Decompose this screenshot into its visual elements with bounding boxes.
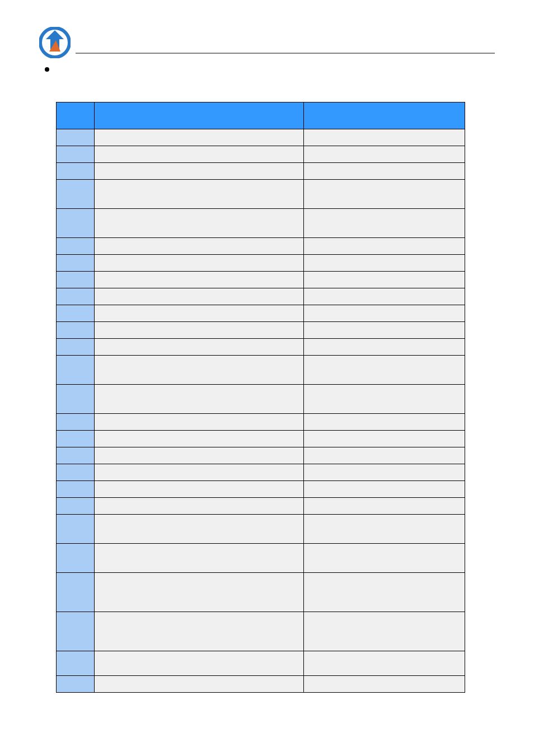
cell-no [57,238,95,255]
cell-description [304,163,465,180]
cell-no [57,255,95,272]
cell-function [95,180,304,209]
cell-function [95,305,304,322]
cell-function [95,431,304,447]
cell-no [57,544,95,573]
cell-description [304,129,465,146]
table-row [57,464,465,481]
cell-function [95,322,304,339]
cell-no [57,272,95,288]
table-row [57,322,465,339]
cell-no [57,481,95,498]
cell-description [304,255,465,272]
cell-description [304,146,465,163]
cell-function [95,146,304,163]
table-row [57,146,465,163]
cell-no [57,573,95,612]
cell-function [95,573,304,612]
cell-no [57,180,95,209]
cell-function [95,414,304,431]
cell-function [95,209,304,238]
table-row [57,651,465,676]
table-row [57,385,465,414]
cell-function [95,544,304,573]
cell-description [304,209,465,238]
cell-no [57,676,95,693]
cell-no [57,356,95,385]
cell-no [57,612,95,651]
cell-description [304,288,465,305]
table-row [57,573,465,612]
table-row [57,498,465,515]
table-row [57,481,465,498]
cell-description [304,238,465,255]
table-row [57,272,465,288]
cell-no [57,498,95,515]
horizontal-rule [76,53,495,54]
col-header-description [304,102,465,129]
cell-no [57,447,95,464]
table-row [57,238,465,255]
cell-no [57,288,95,305]
cell-function [95,515,304,544]
table-row [57,288,465,305]
cell-description [304,651,465,676]
table-row [57,339,465,356]
cell-no [57,414,95,431]
cell-function [95,498,304,515]
cell-description [304,612,465,651]
table-row [57,356,465,385]
cell-no [57,322,95,339]
cell-no [57,339,95,356]
table-row [57,447,465,464]
col-header-no [57,102,95,129]
cell-function [95,481,304,498]
cell-description [304,322,465,339]
cell-function [95,272,304,288]
cell-description [304,544,465,573]
table-row [57,414,465,431]
cell-description [304,385,465,414]
cell-description [304,498,465,515]
cell-description [304,676,465,693]
cell-description [304,356,465,385]
cell-no [57,464,95,481]
cell-no [57,209,95,238]
cell-description [304,180,465,209]
table-row [57,676,465,693]
table-row [57,255,465,272]
table-row [57,129,465,146]
cell-no [57,129,95,146]
cell-description [304,272,465,288]
cell-function [95,612,304,651]
cell-function [95,676,304,693]
cell-description [304,573,465,612]
cell-description [304,464,465,481]
cell-function [95,339,304,356]
company-logo-icon [39,27,71,58]
function-list-table [56,102,465,693]
cell-description [304,481,465,498]
cell-no [57,305,95,322]
table-row [57,209,465,238]
cell-function [95,129,304,146]
cell-no [57,385,95,414]
cell-description [304,515,465,544]
cell-function [95,651,304,676]
cell-function [95,447,304,464]
cell-no [57,431,95,447]
table-row [57,431,465,447]
cell-function [95,163,304,180]
cell-function [95,288,304,305]
cell-description [304,305,465,322]
page-header [0,0,534,56]
table-row [57,544,465,573]
cell-function [95,464,304,481]
table-row [57,180,465,209]
table-row [57,515,465,544]
cell-description [304,447,465,464]
cell-function [95,385,304,414]
cell-description [304,414,465,431]
cell-description [304,431,465,447]
table-row [57,163,465,180]
